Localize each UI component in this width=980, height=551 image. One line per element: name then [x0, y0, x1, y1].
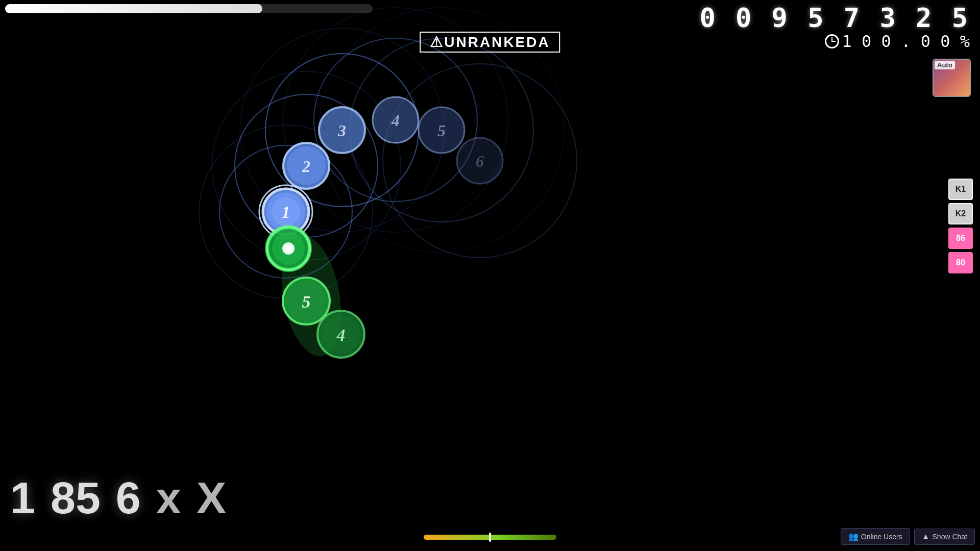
stat-3: 6: [116, 475, 141, 520]
svg-text:4: 4: [336, 325, 346, 344]
svg-text:5: 5: [302, 292, 311, 311]
svg-text:6: 6: [476, 152, 484, 170]
timeline-cursor: [489, 533, 491, 542]
auto-avatar: Auto: [933, 59, 971, 97]
timeline-bar: [424, 535, 556, 540]
timeline-container: [424, 535, 556, 540]
svg-text:4: 4: [391, 111, 400, 130]
key-k1: K1: [948, 179, 973, 200]
score-display: 0 0 9 5 7 3 2 5: [699, 3, 970, 33]
bottom-right-controls: 👥 Online Users ▲ Show Chat: [841, 528, 975, 545]
online-users-button[interactable]: 👥 Online Users: [841, 528, 910, 545]
svg-text:5: 5: [437, 121, 446, 140]
unranked-badge: ⚠UNRANKEDA: [420, 32, 560, 53]
progress-bar-fill: [5, 4, 262, 13]
chat-icon: ▲: [922, 532, 930, 541]
game-field: 6 5 4 3 2 1 5: [0, 0, 980, 551]
stat-2: 85: [51, 475, 101, 520]
accuracy-text: 1 0 0 . 0 0 %: [842, 32, 970, 51]
svg-point-31: [285, 245, 292, 252]
progress-bar-container: [5, 4, 373, 13]
key-indicators: K1 K2 86 80: [948, 179, 973, 273]
svg-text:2: 2: [302, 157, 310, 176]
stat-cross: X: [197, 475, 227, 520]
accuracy-display: 1 0 0 . 0 0 %: [825, 32, 970, 51]
key-k2: K2: [948, 203, 973, 224]
game-canvas: 6 5 4 3 2 1 5: [0, 0, 980, 551]
clock-icon: [825, 34, 839, 48]
stat-1: 1: [10, 475, 35, 520]
auto-label: Auto: [935, 61, 955, 69]
show-chat-label: Show Chat: [933, 533, 967, 541]
key-val2: 80: [948, 252, 973, 273]
online-users-label: Online Users: [861, 533, 902, 541]
users-icon: 👥: [848, 532, 859, 541]
show-chat-button[interactable]: ▲ Show Chat: [914, 529, 975, 545]
stat-x-label: x: [156, 475, 181, 520]
svg-text:3: 3: [337, 121, 346, 140]
svg-text:1: 1: [282, 203, 290, 221]
bottom-stats: 1 85 6 x X: [10, 475, 226, 520]
key-val1: 86: [948, 228, 973, 249]
